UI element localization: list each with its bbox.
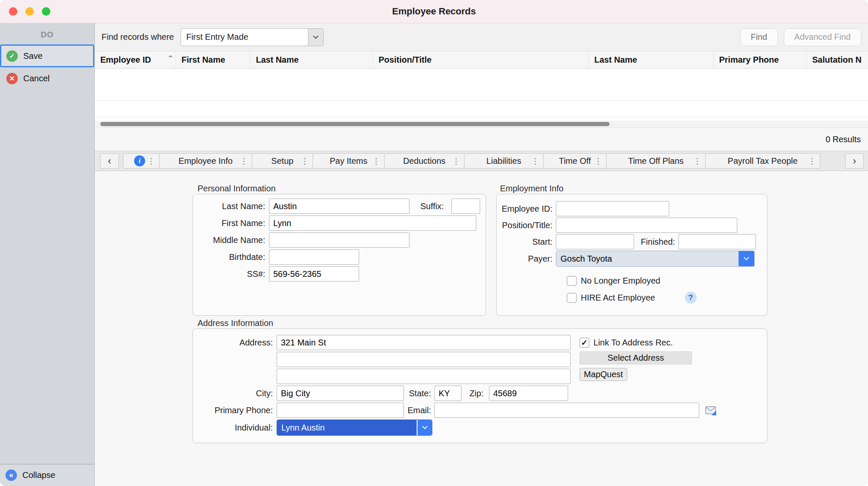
tab-handle-icon[interactable]: ⋮ <box>531 156 539 166</box>
email-contact-icon[interactable] <box>705 405 717 416</box>
tab-bar: ‹ i ⋮ Employee Info ⋮ Setup ⋮ Pay Items … <box>95 151 868 171</box>
tab-label: Employee Info <box>179 156 233 166</box>
mapquest-button[interactable]: MapQuest <box>580 368 627 381</box>
collapse-chevrons-icon: « <box>5 469 17 481</box>
close-window-button[interactable] <box>9 7 17 16</box>
payer-dropdown[interactable]: Gosch Toyota <box>556 251 755 267</box>
zip-input[interactable] <box>489 386 568 401</box>
email-input[interactable] <box>434 403 699 418</box>
address-label: Address: <box>193 338 277 348</box>
results-table-body <box>95 69 868 121</box>
primary-phone-label: Primary Phone: <box>193 406 277 415</box>
tab-liabilities[interactable]: Liabilities ⋮ <box>464 153 544 168</box>
tab-setup[interactable]: Setup ⋮ <box>252 153 313 168</box>
individual-dropdown[interactable]: Lynn Austin <box>277 420 432 436</box>
address-line3-input[interactable] <box>277 369 571 384</box>
tab-handle-icon[interactable]: ⋮ <box>693 156 701 166</box>
position-title-input[interactable] <box>556 218 737 233</box>
finished-date-input[interactable] <box>678 234 756 249</box>
tab-handle-icon[interactable]: ⋮ <box>372 156 380 166</box>
column-header-last-name[interactable]: Last Name <box>250 51 373 68</box>
traffic-lights <box>0 7 50 16</box>
middle-name-input[interactable] <box>269 232 409 248</box>
chevron-down-icon <box>744 255 749 260</box>
start-date-label: Start: <box>497 237 556 247</box>
tab-handle-icon[interactable]: ⋮ <box>147 156 155 166</box>
results-count-strip: 0 Results <box>95 127 868 151</box>
hire-act-employee-checkbox[interactable]: HIRE Act Employee ? <box>567 292 767 304</box>
no-longer-employed-checkbox[interactable]: No Longer Employed <box>567 276 767 286</box>
dropdown-button[interactable] <box>308 29 323 46</box>
column-header-first-name[interactable]: First Name <box>176 51 250 68</box>
save-button[interactable]: ✓ Save <box>0 44 94 67</box>
tab-pay-items[interactable]: Pay Items ⋮ <box>313 153 385 168</box>
form-row: Birthdate: <box>193 249 486 265</box>
advanced-find-button[interactable]: Advanced Find <box>784 28 861 46</box>
results-table-header: Employee ID ˆ First Name Last Name Posit… <box>95 51 868 69</box>
dropdown-button[interactable] <box>418 420 432 435</box>
tab-handle-icon[interactable]: ⋮ <box>301 156 309 166</box>
tab-handle-icon[interactable]: ⋮ <box>808 156 816 166</box>
tab-employee-info[interactable]: Employee Info ⋮ <box>159 153 252 168</box>
form-row: Primary Phone: Email: <box>193 403 767 418</box>
tab-info[interactable]: i ⋮ <box>123 153 159 168</box>
tab-handle-icon[interactable]: ⋮ <box>240 156 248 166</box>
form-row: First Name: <box>193 215 486 231</box>
tab-time-off[interactable]: Time Off ⋮ <box>543 153 607 168</box>
first-name-label: First Name: <box>193 218 269 228</box>
collapse-button[interactable]: « Collapse <box>0 464 94 486</box>
birthdate-input[interactable] <box>269 249 359 265</box>
individual-label: Individual: <box>193 423 277 433</box>
first-name-input[interactable] <box>269 215 476 231</box>
column-header-last-name-2[interactable]: Last Name <box>588 51 713 68</box>
tab-label: Time Off <box>559 156 591 166</box>
form-row: Last Name: Suffix: <box>193 199 486 214</box>
payer-label: Payer: <box>497 254 556 264</box>
minimize-window-button[interactable] <box>25 7 34 16</box>
tab-time-off-plans[interactable]: Time Off Plans ⋮ <box>606 153 706 168</box>
horizontal-scrollbar-thumb[interactable] <box>100 122 610 126</box>
primary-phone-input[interactable] <box>277 403 404 418</box>
tabs-scroll-left-button[interactable]: ‹ <box>100 153 119 168</box>
find-button[interactable]: Find <box>740 28 778 46</box>
horizontal-scrollbar[interactable] <box>95 121 868 127</box>
address-line2-input[interactable] <box>277 352 571 367</box>
ss-number-input[interactable] <box>269 266 359 282</box>
position-title-label: Position/Title: <box>497 221 556 230</box>
select-address-button[interactable]: Select Address <box>580 351 692 364</box>
tab-handle-icon[interactable]: ⋮ <box>594 156 602 166</box>
tab-label: Pay Items <box>330 156 368 166</box>
form-row: Payer: Gosch Toyota <box>497 251 767 267</box>
cancel-x-icon: ✕ <box>6 73 18 84</box>
employment-info-group: Employee ID: Position/Title: Start: Fini… <box>496 194 767 316</box>
column-header-employee-id[interactable]: Employee ID ˆ <box>95 51 176 68</box>
link-to-address-checkbox[interactable]: ✓ Link To Address Rec. <box>580 337 673 348</box>
titlebar: Employee Records <box>0 0 868 23</box>
form-row: Employee ID: <box>497 201 767 216</box>
employment-info-caption: Employment Info <box>500 184 563 193</box>
employee-id-input[interactable] <box>556 201 669 216</box>
tabs-scroll-right-button[interactable]: › <box>845 153 864 168</box>
tab-payroll-tax-people[interactable]: Payroll Tax People ⋮ <box>705 153 820 168</box>
dropdown-button[interactable] <box>739 251 754 266</box>
zoom-window-button[interactable] <box>42 7 50 16</box>
column-header-position-title[interactable]: Position/Title <box>373 51 588 68</box>
suffix-input[interactable] <box>451 199 480 214</box>
city-input[interactable] <box>277 386 404 401</box>
personal-information-caption: Personal Information <box>198 184 276 193</box>
help-icon[interactable]: ? <box>685 292 697 304</box>
column-header-primary-phone[interactable]: Primary Phone <box>713 51 806 68</box>
tab-deductions[interactable]: Deductions ⋮ <box>384 153 464 168</box>
window-title: Employee Records <box>0 6 868 17</box>
find-field-dropdown[interactable]: First Entry Made <box>181 28 324 46</box>
state-input[interactable] <box>434 386 461 401</box>
tab-handle-icon[interactable]: ⋮ <box>452 156 460 166</box>
last-name-input[interactable] <box>269 199 409 214</box>
start-date-input[interactable] <box>556 234 634 249</box>
app-window: Employee Records DO ✓ Save ✕ Cancel « Co… <box>0 0 868 486</box>
link-to-address-label: Link To Address Rec. <box>593 338 673 348</box>
column-header-salutation[interactable]: Salutation N <box>806 51 868 68</box>
state-label: State: <box>407 389 434 398</box>
address-line1-input[interactable] <box>277 335 571 350</box>
cancel-button[interactable]: ✕ Cancel <box>0 67 94 89</box>
